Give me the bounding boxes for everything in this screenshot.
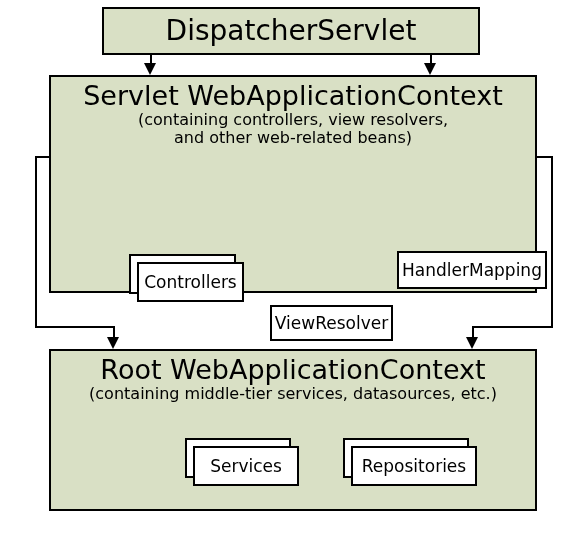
servlet-app-context-box: Servlet WebApplicationContext (containin… [49,75,537,293]
services-label: Services [210,456,282,476]
root-app-context-box: Root WebApplicationContext (containing m… [49,349,537,511]
repositories-label: Repositories [362,456,466,476]
servlet-ctx-subtitle-1: (containing controllers, view resolvers, [51,111,535,129]
delegate-left-down1 [35,156,37,327]
root-ctx-subtitle: (containing middle-tier services, dataso… [51,385,535,403]
arrowhead-dispatcher-right [424,63,436,75]
delegate-left-h1 [35,156,49,158]
dispatcher-servlet-box: DispatcherServlet [102,7,480,55]
servlet-ctx-title: Servlet WebApplicationContext [51,80,535,111]
delegate-right-h2 [472,326,553,328]
delegate-right-down1 [551,156,553,327]
delegate-right-head [466,337,478,349]
dispatcher-title: DispatcherServlet [104,9,478,53]
services-box: Services [193,446,299,486]
controllers-box: Controllers [137,262,244,302]
delegate-left-h2 [35,326,115,328]
handlermapping-box: HandlerMapping [397,251,547,289]
root-ctx-title: Root WebApplicationContext [51,354,535,385]
servlet-ctx-subtitle-2: and other web-related beans) [51,129,535,147]
delegate-left-head [107,337,119,349]
delegate-right-h1 [537,156,551,158]
viewresolver-label: ViewResolver [275,313,388,333]
viewresolver-box: ViewResolver [270,305,393,341]
arrowhead-dispatcher-left [144,63,156,75]
handlermapping-label: HandlerMapping [402,260,542,280]
repositories-box: Repositories [351,446,477,486]
controllers-label: Controllers [144,272,236,292]
